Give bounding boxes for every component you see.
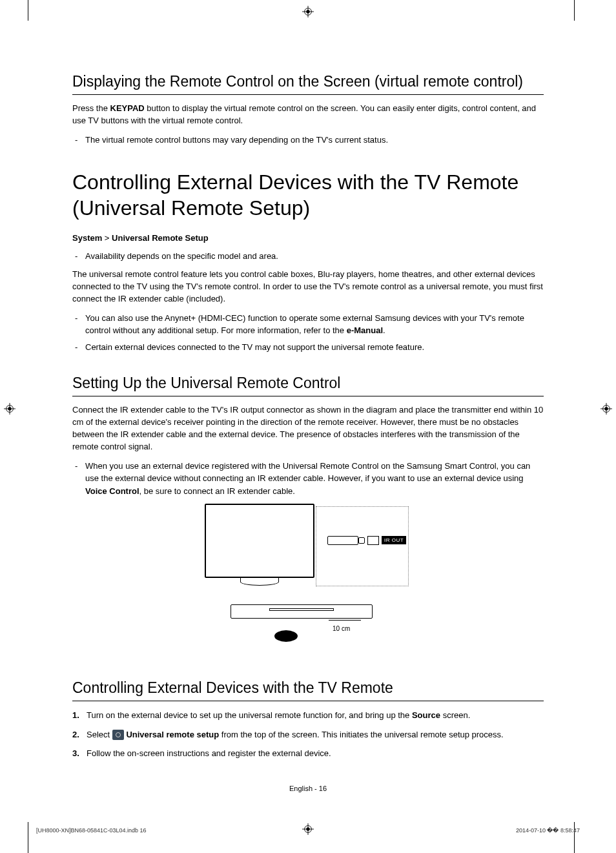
text: You can also use the Anynet+ (HDMI-CEC) … xyxy=(85,313,524,336)
text: Turn on the external device to set up th… xyxy=(87,710,412,720)
heading-setting-up: Setting Up the Universal Remote Control xyxy=(72,374,544,396)
keypad-label: KEYPAD xyxy=(110,103,145,113)
menu-sep: > xyxy=(102,233,112,243)
note-item: The virtual remote control buttons may v… xyxy=(85,134,544,147)
tv-icon xyxy=(205,504,314,578)
remote-setup-icon xyxy=(112,730,124,740)
registration-mark-icon xyxy=(4,403,15,415)
note-anynet: You can also use the Anynet+ (HDMI-CEC) … xyxy=(85,312,544,337)
ir-extender-diagram: IR OUT 10 cm xyxy=(205,504,411,662)
player-slot-icon xyxy=(269,608,334,611)
step-1: Turn on the external device to set up th… xyxy=(87,709,544,722)
heading-universal-remote-setup: Controlling External Devices with the TV… xyxy=(72,169,544,221)
text: When you use an external device register… xyxy=(85,461,530,484)
distance-label: 10 cm xyxy=(333,625,350,632)
steps-list: Turn on the external device to set up th… xyxy=(72,709,544,760)
callout-box xyxy=(316,506,409,586)
para-universal-intro: The universal remote control feature let… xyxy=(72,269,544,305)
step-3: Follow the on-screen instructions and re… xyxy=(87,747,544,760)
print-job-filename: [UH8000-XN]BN68-05841C-03L04.indb 16 xyxy=(36,827,147,834)
note-availability: Availability depends on the specific mod… xyxy=(85,250,544,263)
page-content: Displaying the Remote Control on the Scr… xyxy=(72,72,544,766)
note-list: You can also use the Anynet+ (HDMI-CEC) … xyxy=(72,312,544,354)
text: Select xyxy=(87,730,112,739)
menu-urs: Universal Remote Setup xyxy=(112,233,209,243)
plug-tip-icon xyxy=(358,537,365,544)
step-2: Select Universal remote setup from the t… xyxy=(87,728,544,741)
distance-line xyxy=(329,620,361,621)
para-setting-up: Connect the IR extender cable to the TV'… xyxy=(72,404,544,453)
note-list: The virtual remote control buttons may v… xyxy=(72,134,544,147)
ir-out-label: IR OUT xyxy=(382,536,406,544)
heading-controlling-external: Controlling External Devices with the TV… xyxy=(72,679,544,701)
menu-path: System > Universal Remote Setup xyxy=(72,232,544,245)
note-voice-control: When you use an external device register… xyxy=(85,460,544,498)
plug-icon xyxy=(327,536,358,545)
page-footer: English - 16 xyxy=(0,785,616,792)
ir-port-icon xyxy=(367,536,379,545)
emanual-label: e-Manual xyxy=(347,325,383,335)
registration-mark-icon xyxy=(601,403,612,415)
text: screen. xyxy=(440,710,470,720)
note-list: Availability depends on the specific mod… xyxy=(72,250,544,263)
crop-mark xyxy=(28,822,28,853)
tv-stand-icon xyxy=(240,578,279,586)
text: from the top of the screen. This initiat… xyxy=(219,730,504,739)
source-label: Source xyxy=(412,710,440,720)
bluray-player-icon xyxy=(231,604,373,619)
text: , be sure to connect an IR extender cabl… xyxy=(139,486,295,496)
text: Press the xyxy=(72,103,110,113)
universal-remote-setup-label: Universal remote setup xyxy=(126,730,219,739)
registration-mark-icon xyxy=(302,823,314,835)
text: . xyxy=(383,325,385,335)
crop-mark xyxy=(574,0,575,21)
note-list: When you use an external device register… xyxy=(72,460,544,498)
crop-mark xyxy=(28,0,28,21)
menu-system: System xyxy=(72,233,102,243)
para-virtual-remote: Press the KEYPAD button to display the v… xyxy=(72,103,544,127)
heading-virtual-remote: Displaying the Remote Control on the Scr… xyxy=(72,72,544,95)
ir-transmitter-icon xyxy=(274,630,298,642)
note-support: Certain external devices connected to th… xyxy=(85,341,544,354)
print-job-timestamp: 2014-07-10 �� 8:58:47 xyxy=(516,827,580,834)
voice-control-label: Voice Control xyxy=(85,486,139,496)
registration-mark-icon xyxy=(302,6,314,17)
